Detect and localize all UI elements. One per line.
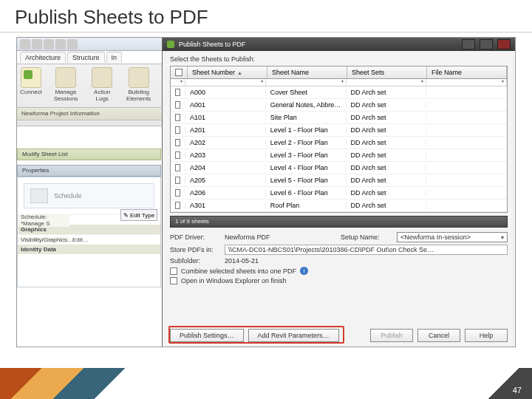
table-row[interactable]: A201Level 1 - Floor PlanDD Arch set bbox=[171, 124, 507, 137]
connect-button[interactable]: Connect bbox=[20, 67, 42, 103]
cell-sheet-sets: DD Arch set bbox=[347, 151, 427, 159]
edit-type-label: Edit Type bbox=[130, 212, 154, 219]
setup-name-dropdown[interactable]: <Newforma In-session> bbox=[397, 232, 508, 242]
cell-sheet-sets: DD Arch set bbox=[347, 126, 427, 134]
row-checkbox[interactable] bbox=[171, 189, 185, 197]
store-pdfs-path[interactable]: \\CMA-DC01-NBCS01\Projects\2010386-CD\PD… bbox=[225, 245, 508, 255]
type-selector[interactable]: Schedule bbox=[24, 183, 154, 208]
filter-sheet-sets[interactable] bbox=[347, 79, 427, 86]
modify-sheet-list-bar: Modify Sheet List bbox=[17, 149, 161, 160]
row-checkbox[interactable] bbox=[171, 126, 185, 134]
row-checkbox[interactable] bbox=[171, 151, 185, 159]
col-sheet-number[interactable]: Sheet Number▲ bbox=[188, 66, 267, 78]
prop-visibility-key: Visibility/Graphics… bbox=[18, 236, 69, 243]
cell-sheet-sets: DD Arch set bbox=[347, 139, 427, 146]
save-icon[interactable] bbox=[44, 39, 54, 50]
table-row[interactable]: A101Site PlanDD Arch set bbox=[171, 112, 507, 124]
grid-header-row: Sheet Number▲ Sheet Name Sheet Sets File… bbox=[171, 66, 507, 79]
action-logs-button[interactable]: Action Logs bbox=[89, 67, 115, 103]
table-row[interactable]: A205Level 5 - Floor PlanDD Arch set bbox=[171, 174, 507, 187]
group-graphics: Graphics bbox=[18, 225, 160, 234]
col-select-all[interactable] bbox=[171, 66, 188, 78]
table-row[interactable]: A202Level 2 - Floor PlanDD Arch set bbox=[171, 137, 507, 149]
lbl-setup-name: Setup Name: bbox=[341, 233, 392, 241]
cell-sheet-name: Level 6 - Floor Plan bbox=[266, 189, 347, 197]
building-elements-icon bbox=[129, 67, 149, 88]
ribbon-panel-newforma: Connect Manage Sessions Action Logs Buil… bbox=[17, 64, 161, 106]
manage-sessions-button[interactable]: Manage Sessions bbox=[47, 67, 85, 103]
slide-footer-graphic bbox=[0, 368, 532, 399]
help-button[interactable]: Help bbox=[465, 329, 508, 342]
maximize-icon[interactable] bbox=[480, 39, 493, 50]
row-checkbox[interactable] bbox=[171, 202, 185, 209]
properties-panel: Schedule Schedule: *Manage S Graphics Vi… bbox=[17, 177, 161, 287]
filter-file-name[interactable] bbox=[426, 79, 507, 86]
row-checkbox[interactable] bbox=[171, 177, 185, 184]
app-menu-icon[interactable] bbox=[20, 39, 30, 50]
dialog-app-icon bbox=[167, 41, 174, 48]
edit-type-icon: ✎ bbox=[123, 212, 129, 219]
col-sheet-name[interactable]: Sheet Name bbox=[267, 66, 347, 78]
action-logs-label: Action Logs bbox=[89, 89, 115, 103]
building-elements-button[interactable]: Building Elements bbox=[119, 67, 158, 103]
ribbon-panel-label: Newforma Project Information bbox=[17, 107, 161, 120]
publish-settings-area: PDF Driver: Newforma PDF Setup Name: <Ne… bbox=[170, 232, 508, 284]
undo-icon[interactable] bbox=[55, 39, 66, 50]
chk-combine[interactable] bbox=[170, 267, 177, 275]
cell-sheet-name: Level 3 - Floor Plan bbox=[266, 151, 347, 159]
row-checkbox[interactable] bbox=[171, 89, 185, 96]
cell-sheet-sets: DD Arch set bbox=[347, 89, 427, 96]
cell-sheet-number: A201 bbox=[185, 126, 266, 134]
chk-open-explorer[interactable] bbox=[170, 277, 177, 284]
filter-sheet-number[interactable] bbox=[185, 79, 266, 86]
redo-icon[interactable] bbox=[67, 39, 78, 50]
tab-architecture[interactable]: Architecture bbox=[20, 52, 66, 63]
prop-visibility-value[interactable]: Edit… bbox=[69, 236, 160, 243]
tab-structure[interactable]: Structure bbox=[67, 52, 105, 63]
cancel-button[interactable]: Cancel bbox=[417, 329, 460, 342]
row-checkbox[interactable] bbox=[171, 114, 185, 121]
cell-sheet-number: A000 bbox=[185, 89, 266, 96]
col-sheet-sets[interactable]: Sheet Sets bbox=[347, 66, 427, 78]
row-checkbox[interactable] bbox=[171, 139, 185, 146]
grid-filter-row bbox=[171, 79, 507, 86]
dialog-button-row: Publish Settings… Add Revit Parameters… … bbox=[170, 329, 508, 342]
publish-settings-button[interactable]: Publish Settings… bbox=[170, 329, 244, 342]
table-row[interactable]: A203Level 3 - Floor PlanDD Arch set bbox=[171, 149, 507, 162]
table-row[interactable]: A301Roof PlanDD Arch set bbox=[171, 200, 507, 212]
cell-sheet-number: A203 bbox=[185, 151, 266, 159]
add-revit-parameters-button[interactable]: Add Revit Parameters… bbox=[248, 329, 339, 342]
manage-sessions-label: Manage Sessions bbox=[47, 89, 85, 103]
action-logs-icon bbox=[92, 67, 112, 88]
table-row[interactable]: A204Level 4 - Floor PlanDD Arch set bbox=[171, 162, 507, 174]
lbl-pdf-driver: PDF Driver: bbox=[170, 233, 220, 241]
open-icon[interactable] bbox=[32, 39, 42, 50]
col-file-name[interactable]: File Name bbox=[427, 66, 507, 78]
row-checkbox[interactable] bbox=[171, 101, 185, 109]
filter-sheet-name[interactable] bbox=[266, 79, 347, 86]
cell-sheet-sets: DD Arch set bbox=[347, 164, 427, 171]
minimize-icon[interactable] bbox=[462, 39, 475, 50]
publish-button[interactable]: Publish bbox=[370, 329, 413, 342]
cell-sheet-name: Level 5 - Floor Plan bbox=[266, 177, 347, 184]
lbl-subfolder: Subfolder: bbox=[170, 257, 220, 265]
tab-in[interactable]: In bbox=[106, 52, 123, 63]
instance-selector[interactable]: Schedule: *Manage S bbox=[18, 214, 69, 227]
info-icon[interactable]: i bbox=[300, 267, 308, 275]
table-row[interactable]: A000Cover SheetDD Arch set bbox=[171, 86, 507, 99]
close-icon[interactable] bbox=[497, 39, 511, 50]
page-number: 47 bbox=[513, 386, 522, 395]
val-pdf-driver: Newforma PDF bbox=[225, 233, 270, 241]
cell-sheet-sets: DD Arch set bbox=[347, 177, 427, 184]
edit-type-button[interactable]: ✎ Edit Type bbox=[120, 209, 157, 221]
cell-sheet-name: Level 1 - Floor Plan bbox=[266, 126, 347, 134]
type-selector-label: Schedule bbox=[54, 192, 82, 200]
properties-header: Properties bbox=[17, 165, 161, 177]
table-row[interactable]: A001General Notes, Abbrevi…DD Arch set bbox=[171, 99, 507, 112]
group-identity: Identity Data bbox=[18, 245, 160, 254]
table-row[interactable]: A206Level 6 - Floor PlanDD Arch set bbox=[171, 187, 507, 200]
cell-sheet-name: Cover Sheet bbox=[266, 89, 347, 96]
row-checkbox[interactable] bbox=[171, 164, 185, 171]
sheets-grid: Sheet Number▲ Sheet Name Sheet Sets File… bbox=[170, 66, 508, 213]
lbl-combine: Combine selected sheets into one PDF bbox=[181, 267, 296, 275]
